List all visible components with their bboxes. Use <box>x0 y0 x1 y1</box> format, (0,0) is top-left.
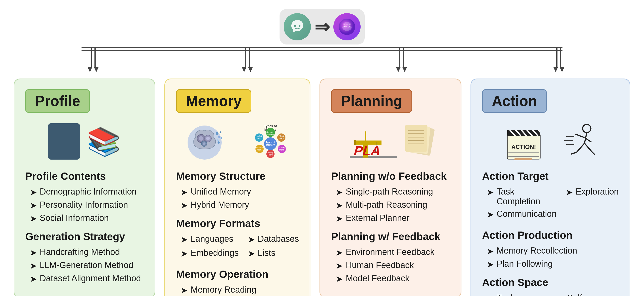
bullet-arrow-icon: ➤ <box>336 261 343 271</box>
profile-images: 📚 <box>25 121 144 162</box>
planning-without-header: Planning w/o Feedback <box>331 170 450 182</box>
action-run-svg <box>562 123 598 160</box>
svg-text:PLA: PLA <box>353 143 381 158</box>
bullet-arrow-icon: ➤ <box>30 214 37 224</box>
memory-title-wrapper: Memory <box>176 89 251 113</box>
profile-title-wrapper: Profile <box>25 89 90 113</box>
bullet-arrow-icon: ➤ <box>248 248 255 258</box>
planning-item-env: ➤ Environment Feedback <box>331 247 450 258</box>
svg-text:Types of: Types of <box>264 124 277 128</box>
svg-text:Memory: Memory <box>266 144 275 146</box>
memory-formats-grid: ➤ Languages ➤ Databases ➤ Embeddings ➤ L… <box>176 234 299 261</box>
bullet-arrow-icon: ➤ <box>180 187 188 197</box>
planning-item-single: ➤ Single-path Reasoning <box>331 187 450 197</box>
memory-brain-svg <box>182 122 241 161</box>
svg-point-7 <box>199 136 204 141</box>
svg-rect-68 <box>514 158 532 160</box>
svg-text:Short: Short <box>279 135 284 137</box>
svg-text:Term: Term <box>279 137 284 140</box>
svg-point-69 <box>583 124 591 132</box>
bullet-arrow-icon: ➤ <box>557 294 564 296</box>
cards-row: Profile 📚 Profile Contents ➤ Demographic… <box>14 78 630 296</box>
profile-contents-header: Profile Contents <box>25 170 144 182</box>
bullet-arrow-icon: ➤ <box>248 234 255 244</box>
bullet-arrow-icon: ➤ <box>336 274 343 284</box>
bullet-arrow-icon: ➤ <box>30 274 37 284</box>
top-icons: ⇒ <box>280 9 365 44</box>
action-item-selfknowledge: ➤ Self-Knowledge <box>553 293 619 296</box>
bullet-arrow-icon: ➤ <box>30 200 37 210</box>
svg-line-71 <box>576 134 584 138</box>
svg-text:Explicit: Explicit <box>256 146 263 149</box>
svg-text:ACTION!: ACTION! <box>512 144 536 150</box>
svg-point-4 <box>349 26 350 27</box>
svg-text:Mem.: Mem. <box>256 137 262 140</box>
svg-text:Term: Term <box>268 154 273 156</box>
generation-strategy-header: Generation Strategy <box>25 230 144 243</box>
svg-point-13 <box>218 136 220 138</box>
action-item-communication: ➤ Communication <box>482 209 556 220</box>
action-space-header: Action Space <box>482 276 619 288</box>
svg-text:Mem.: Mem. <box>257 149 262 151</box>
bullet-arrow-icon: ➤ <box>487 260 494 270</box>
planning-item-human: ➤ Human Feedback <box>331 260 450 271</box>
svg-text:Types of: Types of <box>266 141 275 144</box>
bullet-arrow-icon: ➤ <box>30 187 37 197</box>
action-title-wrapper: Action <box>482 89 547 113</box>
action-item-planfollowing: ➤ Plan Following <box>482 259 619 270</box>
memory-item-hybrid: ➤ Hybrid Memory <box>176 200 299 210</box>
svg-line-74 <box>584 143 591 151</box>
memory-card: Memory <box>164 78 310 296</box>
action-space-grid: ➤ Tools ➤ Self-Knowledge <box>482 293 619 296</box>
svg-text:Working: Working <box>278 146 286 149</box>
svg-point-14 <box>217 139 219 141</box>
svg-text:Mem.: Mem. <box>279 149 284 151</box>
svg-line-75 <box>571 152 576 154</box>
planning-item-model: ➤ Model Feedback <box>331 274 450 284</box>
action-images: ACTION! <box>482 121 619 162</box>
bullet-arrow-icon: ➤ <box>487 246 494 256</box>
memory-structure-header: Memory Structure <box>176 170 299 182</box>
bullet-arrow-icon: ➤ <box>180 200 188 210</box>
svg-point-11 <box>203 142 206 145</box>
profile-title: Profile <box>35 93 80 109</box>
memory-images: Types of Memory Sensory Memory Short Ter… <box>176 121 299 162</box>
memory-item-embeddings: ➤ Embeddings <box>176 248 238 258</box>
planning-title-wrapper: Planning <box>331 89 412 113</box>
bullet-arrow-icon: ➤ <box>487 187 494 197</box>
planning-title: Planning <box>341 93 402 109</box>
bullet-arrow-icon: ➤ <box>487 210 494 220</box>
memory-types-svg: Types of Memory Sensory Memory Short Ter… <box>248 122 293 161</box>
action-item-tools: ➤ Tools <box>482 293 548 296</box>
planning-docs-svg <box>404 122 436 160</box>
memory-title: Memory <box>186 93 242 109</box>
planning-docs-group <box>404 122 436 161</box>
profile-item-personality: ➤ Personality Information <box>25 200 144 210</box>
bullet-arrow-icon: ➤ <box>30 261 37 271</box>
bullet-arrow-icon: ➤ <box>180 285 188 295</box>
bullet-arrow-icon: ➤ <box>180 234 188 244</box>
profile-item-handcrafting: ➤ Handcrafting Method <box>25 247 144 258</box>
profile-item-dataset: ➤ Dataset Alignment Method <box>25 274 144 284</box>
arrow-2 <box>242 47 253 72</box>
memory-item-databases: ➤ Databases <box>243 234 299 244</box>
planning-item-external: ➤ External Planner <box>331 213 450 224</box>
horiz-connector <box>82 47 563 51</box>
action-title: Action <box>492 93 537 109</box>
memory-item-lists: ➤ Lists <box>243 248 299 258</box>
svg-point-17 <box>218 142 220 144</box>
memory-operation-header: Memory Operation <box>176 268 299 280</box>
memory-formats-header: Memory Formats <box>176 217 299 230</box>
action-item-exploration: ➤ Exploration <box>561 187 619 197</box>
planning-images: PLA <box>331 121 450 162</box>
svg-point-12 <box>216 132 218 135</box>
svg-line-76 <box>591 151 595 154</box>
svg-text:Sensory: Sensory <box>266 131 274 133</box>
svg-text:Long: Long <box>268 152 273 154</box>
profile-item-social: ➤ Social Information <box>25 213 144 224</box>
arrow-3 <box>396 47 407 72</box>
svg-point-9 <box>206 137 210 140</box>
bullet-arrow-icon: ➤ <box>336 214 343 224</box>
profile-card: Profile 📚 Profile Contents ➤ Demographic… <box>14 78 155 296</box>
memory-item-languages: ➤ Languages <box>176 234 238 244</box>
